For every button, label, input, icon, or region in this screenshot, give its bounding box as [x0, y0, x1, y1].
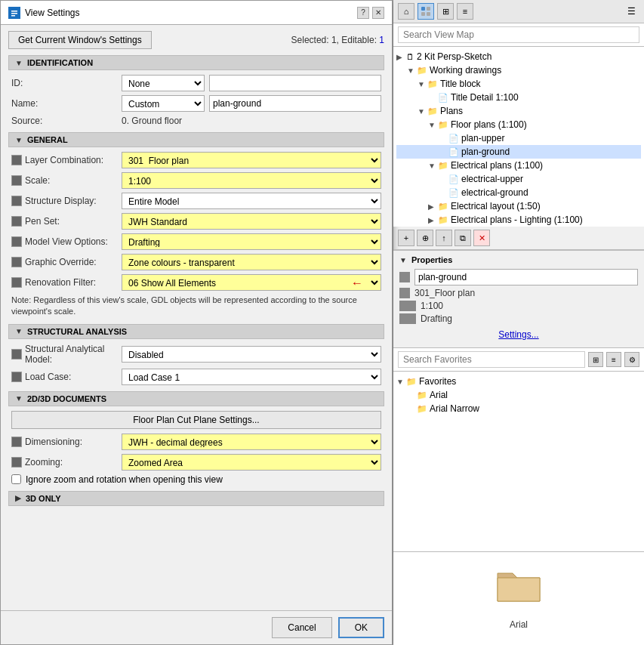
structure-display-select[interactable]: Entire Model: [122, 193, 381, 209]
close-button[interactable]: ✕: [372, 7, 384, 19]
plan-ground-label: plan-ground: [461, 147, 510, 157]
structural-model-select[interactable]: Disabled: [122, 346, 381, 363]
ignore-zoom-checkbox[interactable]: [11, 474, 21, 484]
kit-persp-toggle: ▶: [396, 53, 404, 61]
id-label: ID:: [11, 78, 117, 88]
publisher-toolbar-icon[interactable]: ≡: [457, 3, 473, 20]
title-detail-icon: 📄: [438, 93, 448, 103]
source-value: 0. Ground floor: [122, 116, 182, 126]
prop-name-icon: [399, 272, 410, 282]
model-view-label: Model View Options:: [11, 236, 117, 247]
tree-item-kit-persp[interactable]: ▶ 🗒 2 Kit Persp-Sketch: [396, 50, 641, 63]
prop-modelview-value: Drafting: [421, 313, 452, 324]
model-view-select[interactable]: Drafting: [122, 233, 381, 250]
identification-toggle[interactable]: ▼: [15, 59, 23, 67]
tree-item-electrical-lighting[interactable]: ▶ 📁 Electrical plans - Lighting (1:100): [396, 213, 641, 227]
structural-analysis-section-header: ▼ STRUCTURAL ANALYSIS: [8, 324, 384, 339]
move-btn[interactable]: ↑: [436, 230, 452, 246]
tree-item-electrical-layout[interactable]: ▶ 📁 Electrical layout (1:50): [396, 199, 641, 213]
get-settings-button[interactable]: Get Current Window's Settings: [8, 31, 152, 49]
structural-body: Structural Analytical Model: Disabled Lo…: [8, 344, 384, 385]
model-view-row: Model View Options: Drafting: [11, 233, 381, 250]
floor-plan-cut-plane-button[interactable]: Floor Plan Cut Plane Settings...: [11, 411, 381, 429]
electrical-plans-icon: 📁: [438, 161, 448, 171]
dialog-icon: [8, 7, 20, 19]
electrical-lighting-icon: 📁: [438, 215, 448, 225]
home-toolbar-icon[interactable]: ⌂: [398, 3, 414, 20]
3d-toggle[interactable]: ▶: [15, 494, 21, 502]
fav-icon-3[interactable]: ⚙: [624, 352, 639, 367]
tree-view: ▶ 🗒 2 Kit Persp-Sketch ▼ 📁 Working drawi…: [393, 47, 644, 227]
ok-button[interactable]: OK: [338, 617, 384, 638]
delete-btn[interactable]: ✕: [473, 230, 490, 246]
renovation-filter-control: 06 Show All Elements ←: [122, 274, 381, 291]
tree-item-plan-upper[interactable]: 📄 plan-upper: [396, 131, 641, 145]
properties-toggle[interactable]: ▼: [399, 256, 407, 264]
graphic-override-select[interactable]: Zone colours - transparent: [122, 254, 381, 270]
tree-item-working[interactable]: ▼ 📁 Working drawings: [396, 63, 641, 77]
layout-toolbar-icon[interactable]: ⊞: [437, 3, 454, 20]
tree-item-electrical-upper[interactable]: 📄 electrical-upper: [396, 172, 641, 186]
tree-item-electrical-plans[interactable]: ▼ 📁 Electrical plans (1:100): [396, 159, 641, 172]
general-toggle[interactable]: ▼: [15, 136, 23, 144]
tree-item-floor-plans[interactable]: ▼ 📁 Floor plans (1:100): [396, 118, 641, 131]
tree-item-title-detail[interactable]: 📄 Title Detail 1:100: [396, 91, 641, 104]
load-case-label: Load Case:: [11, 372, 117, 382]
settings-link[interactable]: Settings...: [399, 326, 638, 343]
prop-name-input[interactable]: [414, 269, 638, 285]
structural-toggle[interactable]: ▼: [15, 327, 23, 335]
view-toolbar-icon[interactable]: [418, 3, 434, 20]
favorites-arial[interactable]: 📁 Arial: [396, 388, 641, 402]
general-label: GENERAL: [27, 135, 68, 144]
add-btn[interactable]: +: [398, 230, 414, 246]
plans-icon: 📁: [427, 106, 438, 116]
title-block-toggle: ▼: [418, 80, 425, 88]
prop-name-row: [399, 269, 638, 285]
tree-item-electrical-ground[interactable]: 📄 electrical-ground: [396, 186, 641, 199]
documents-toggle[interactable]: ▼: [15, 394, 23, 403]
prop-scale-row: 1:100: [399, 301, 638, 311]
name-text-input[interactable]: [209, 95, 381, 112]
electrical-layout-label: Electrical layout (1:50): [451, 201, 541, 211]
tree-item-plan-ground[interactable]: 📄 plan-ground: [396, 145, 641, 159]
fav-icon-1[interactable]: ⊞: [588, 352, 603, 367]
electrical-plans-toggle: ▼: [428, 162, 436, 170]
add2-btn[interactable]: ⊕: [417, 230, 433, 246]
top-bar: Get Current Window's Settings Selected: …: [8, 31, 384, 49]
title-buttons: ? ✕: [357, 7, 384, 19]
structural-label: STRUCTURAL ANALYSIS: [27, 327, 127, 336]
tree-item-title-block[interactable]: ▼ 📁 Title block: [396, 77, 641, 91]
scale-select[interactable]: 1:100: [122, 172, 381, 189]
svg-rect-5: [427, 7, 430, 11]
id-text-input[interactable]: [209, 75, 381, 91]
favorites-root[interactable]: ▼ 📁 Favorites: [396, 375, 641, 388]
search-input[interactable]: [398, 26, 639, 43]
layer-combination-control: 301_Floor plan: [122, 152, 381, 168]
general-section-header: ▼ GENERAL: [8, 132, 384, 147]
menu-toolbar-icon[interactable]: ☰: [623, 3, 639, 20]
help-button[interactable]: ?: [357, 7, 369, 19]
zooming-select[interactable]: Zoomed Area: [122, 454, 381, 471]
cancel-button[interactable]: Cancel: [272, 617, 331, 638]
favorites-search-input[interactable]: [398, 351, 585, 368]
duplicate-btn[interactable]: ⧉: [454, 230, 471, 246]
electrical-upper-icon: 📄: [448, 174, 459, 184]
layer-combination-row: Layer Combination: 301_Floor plan: [11, 152, 381, 168]
dialog-bottom-buttons: Cancel OK: [1, 610, 392, 644]
id-select[interactable]: None: [122, 75, 205, 91]
view-settings-dialog: View Settings ? ✕ Get Current Window's S…: [0, 0, 393, 645]
title-left: View Settings: [8, 7, 80, 19]
identification-label: IDENTIFICATION: [27, 58, 93, 67]
favorites-arial-narrow[interactable]: 📁 Arial Narrow: [396, 402, 641, 415]
prop-modelview-icon: [399, 313, 416, 324]
renovation-filter-select[interactable]: 06 Show All Elements: [122, 274, 381, 291]
pen-set-select[interactable]: JWH Standard: [122, 213, 381, 230]
fav-icon-2[interactable]: ≡: [606, 352, 621, 367]
name-select[interactable]: Custom: [122, 95, 205, 112]
tree-item-plans[interactable]: ▼ 📁 Plans: [396, 104, 641, 118]
dimensioning-select[interactable]: JWH - decimal degrees: [122, 434, 381, 450]
layer-combination-select[interactable]: 301_Floor plan: [122, 152, 381, 168]
prop-scale-value: 1:100: [421, 301, 443, 311]
load-case-select[interactable]: Load Case 1: [122, 369, 381, 385]
electrical-upper-label: electrical-upper: [461, 174, 523, 184]
